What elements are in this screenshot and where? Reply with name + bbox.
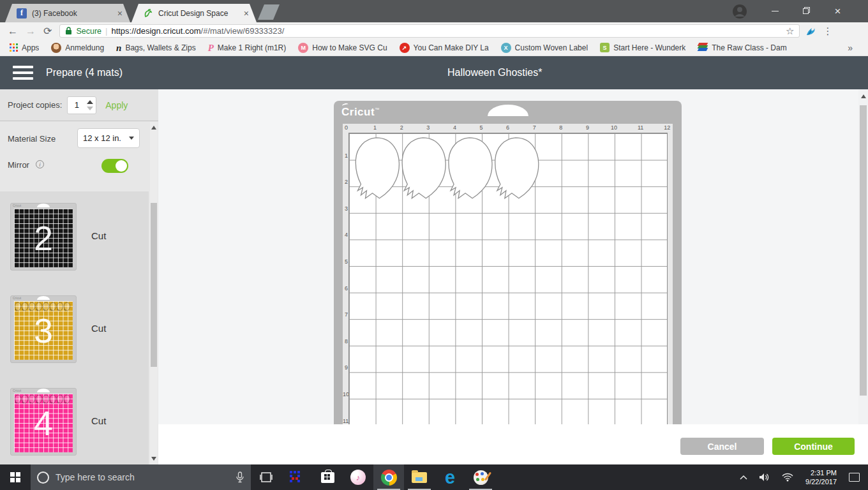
page-title: Prepare (4 mats)	[46, 67, 123, 78]
continue-button[interactable]: Continue	[772, 438, 855, 455]
new-tab-button[interactable]	[258, 4, 280, 20]
cancel-button[interactable]: Cancel	[680, 438, 764, 455]
mat-thumbnail-grid: 2	[14, 209, 73, 267]
task-view-button[interactable]	[251, 464, 281, 490]
ruler-tick: 8	[343, 338, 348, 345]
ruler-tick: 9	[586, 124, 589, 131]
scroll-up-icon[interactable]	[151, 126, 156, 130]
volume-icon[interactable]	[754, 464, 775, 490]
bookmark-item[interactable]: ↗You Can Make DIY La	[396, 43, 492, 53]
bookmark-item[interactable]: nBags, Wallets & Zips	[113, 43, 199, 53]
ruler-tick: 11	[343, 418, 348, 424]
project-copies-input[interactable]: 1	[67, 96, 96, 114]
mat-number: 4	[14, 394, 73, 452]
bookmark-item[interactable]: MHow to Make SVG Cu	[295, 43, 390, 53]
window-restore-button[interactable]	[791, 0, 820, 22]
bookmarks-overflow-icon[interactable]: »	[848, 43, 862, 53]
scroll-up-icon[interactable]	[861, 94, 866, 98]
tab-facebook[interactable]: f (3) Facebook ×	[5, 4, 130, 22]
canvas-scrollbar[interactable]	[858, 89, 868, 424]
url-text: https://design.cricut.com/#/mat/view/693…	[111, 26, 782, 36]
paint-icon[interactable]	[465, 464, 496, 490]
ruler-tick: 3	[343, 205, 348, 212]
taskbar: Type here to search ♪ e 2:31 PM 9/22/201…	[0, 464, 868, 490]
mat-thumbnail[interactable]: Cricut2Cut	[10, 203, 77, 271]
ruler-tick: 2	[400, 124, 403, 131]
mat-number: 2	[14, 209, 73, 267]
mat-notch	[488, 105, 528, 116]
bookmark-label: You Can Make DIY La	[414, 43, 489, 52]
bookmark-item[interactable]: Anmeldung	[48, 43, 107, 53]
scroll-down-icon[interactable]	[151, 457, 156, 461]
window-close-button[interactable]: ×	[823, 0, 852, 22]
bookmark-item[interactable]: XCustom Woven Label	[498, 43, 592, 53]
material-size-label: Material Size	[8, 134, 56, 144]
clock[interactable]: 2:31 PM 9/22/2017	[800, 464, 842, 490]
ruler-tick: 9	[343, 364, 348, 371]
chevron-down-icon	[129, 137, 134, 140]
browser-profile-icon[interactable]	[731, 3, 748, 20]
bookmark-star-icon[interactable]: ☆	[786, 26, 794, 37]
browser-titlebar: f (3) Facebook × Cricut Design Space × ×	[0, 0, 868, 22]
window-minimize-button[interactable]	[761, 0, 789, 22]
scrollbar-thumb[interactable]	[151, 203, 157, 367]
cricut-logo: Cricut™	[341, 106, 380, 119]
apply-button[interactable]: Apply	[105, 100, 128, 110]
bookmark-item[interactable]: SStart Here - Wunderk	[597, 43, 689, 52]
address-bar[interactable]: Secure | https://design.cricut.com/#/mat…	[59, 24, 800, 38]
bookmark-item[interactable]: PMake 1 Right (m1R)	[205, 43, 290, 53]
bookmark-label: Bags, Wallets & Zips	[125, 43, 195, 52]
microphone-icon[interactable]	[236, 471, 244, 483]
chrome-taskbar-icon[interactable]	[373, 464, 404, 490]
project-title: Halloween Ghosties*	[447, 67, 542, 78]
cricut-favicon-icon	[143, 8, 153, 19]
spinner-down-icon[interactable]	[87, 107, 93, 110]
wifi-icon[interactable]	[777, 464, 798, 490]
sidebar: Project copies: 1 Apply Material Size 12…	[0, 89, 158, 464]
mat-canvas: Cricut™ 0123456789101112 1234567891011 C…	[158, 89, 868, 464]
scrollbar-thumb[interactable]	[860, 105, 867, 396]
edge-icon[interactable]: e	[435, 464, 465, 490]
ruler-tick: 5	[479, 124, 483, 131]
menu-hamburger-icon[interactable]	[13, 66, 33, 80]
extension-icon[interactable]	[805, 26, 816, 37]
mat-action-label: Cut	[91, 230, 106, 241]
ruler-top: 0123456789101112	[343, 124, 673, 133]
apps-shortcut[interactable]: Apps	[6, 43, 42, 52]
mat-thumbnail[interactable]: Cricut3Cut	[10, 295, 77, 363]
ruler-tick: 3	[426, 124, 430, 131]
start-button[interactable]	[0, 464, 31, 490]
mirror-toggle[interactable]	[101, 159, 128, 173]
ghost-shape	[402, 138, 445, 198]
sidebar-scrollbar[interactable]	[150, 122, 158, 464]
pixel-app-icon[interactable]	[281, 464, 312, 490]
info-icon[interactable]: i	[36, 160, 44, 168]
browser-menu-icon[interactable]: ⋮	[823, 26, 832, 37]
action-center-icon[interactable]	[844, 464, 864, 490]
mat-notch	[37, 296, 50, 300]
tab-cricut[interactable]: Cricut Design Space ×	[131, 4, 257, 22]
mat-notch	[37, 389, 50, 392]
forward-icon[interactable]: →	[26, 26, 36, 37]
bookmark-label: Anmeldung	[65, 43, 104, 52]
tray-chevron-up-icon[interactable]	[735, 464, 752, 490]
tab-close-icon[interactable]: ×	[241, 8, 251, 19]
itunes-icon[interactable]: ♪	[343, 464, 373, 490]
file-explorer-icon[interactable]	[404, 464, 435, 490]
bookmark-favicon-icon: X	[501, 43, 511, 53]
spinner-up-icon[interactable]	[87, 100, 93, 104]
mat-number: 3	[14, 301, 73, 360]
omnibox-separator: |	[105, 26, 107, 36]
bookmarks-bar: Apps AnmeldungnBags, Wallets & ZipsPMake…	[0, 40, 868, 56]
reload-icon[interactable]: ⟳	[43, 25, 52, 37]
tab-close-icon[interactable]: ×	[115, 8, 125, 19]
facebook-favicon-icon: f	[17, 8, 27, 19]
bookmark-label: Custom Woven Label	[515, 43, 588, 52]
taskbar-search-input[interactable]: Type here to search	[31, 464, 251, 490]
microsoft-store-icon[interactable]	[312, 464, 343, 490]
mirror-label: Mirror	[8, 160, 29, 170]
bookmark-item[interactable]: The Raw Class - Dam	[694, 43, 789, 52]
back-icon[interactable]: ←	[8, 26, 18, 37]
material-size-dropdown[interactable]: 12 x 12 in.	[77, 128, 140, 148]
mat-thumbnail[interactable]: Cricut4Cut	[10, 388, 77, 456]
